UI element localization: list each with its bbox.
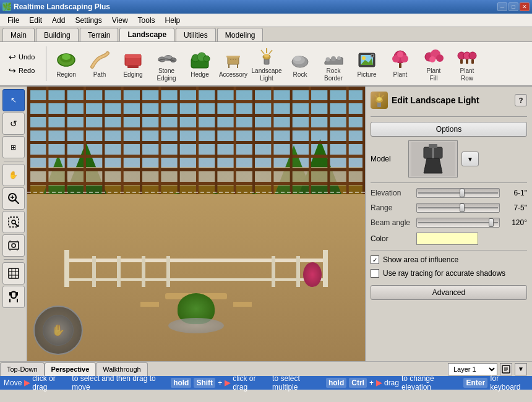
svg-rect-49	[471, 59, 474, 64]
status-shift-key: Shift	[194, 378, 215, 388]
beam-angle-thumb[interactable]	[489, 218, 494, 227]
menu-tools[interactable]: Tools	[133, 15, 160, 26]
redo-button[interactable]: ↪ Redo	[5, 64, 42, 77]
tool-zoom-region-button[interactable]	[2, 211, 25, 233]
tool-zoom-button[interactable]	[2, 187, 25, 210]
svg-point-12	[204, 56, 210, 62]
viewport-3d[interactable]: 💡 ✋	[27, 87, 365, 361]
undo-button[interactable]: ↩ Undo	[5, 51, 42, 63]
stone-base	[168, 318, 224, 333]
fence-post-3	[117, 256, 121, 287]
tool-edging[interactable]: Edging	[117, 47, 149, 80]
advanced-button[interactable]: Advanced	[371, 285, 527, 300]
undo-redo-group: ↩ Undo ↪ Redo	[5, 51, 42, 77]
tab-modeling[interactable]: Modeling	[217, 28, 264, 41]
menu-settings[interactable]: Settings	[70, 15, 106, 26]
tool-zoom-extent-button[interactable]: ⊞	[2, 136, 25, 158]
rock-icon	[289, 49, 311, 71]
menu-edit[interactable]: Edit	[24, 15, 47, 26]
layer-arrow-button[interactable]: ▼	[515, 363, 527, 375]
beam-angle-track	[418, 222, 498, 223]
right-plant	[303, 262, 322, 287]
tab-main[interactable]: Main	[2, 28, 35, 41]
tool-picture[interactable]: Picture	[351, 47, 383, 80]
svg-point-29	[337, 56, 341, 60]
hedge-icon	[189, 49, 211, 71]
tool-snap-button[interactable]	[2, 286, 25, 308]
menu-add[interactable]: Add	[47, 15, 70, 26]
elevation-value: 6-1"	[502, 189, 527, 197]
color-label: Color	[371, 234, 414, 243]
elevation-slider[interactable]	[416, 188, 500, 198]
status-plus-1: +	[218, 378, 222, 387]
tab-landscape[interactable]: Landscape	[119, 28, 174, 41]
svg-rect-4	[125, 54, 141, 58]
redo-icon: ↪	[9, 66, 16, 75]
tool-plant-fill[interactable]: PlantFill	[418, 43, 450, 84]
elevation-thumb[interactable]	[460, 189, 465, 197]
svg-point-42	[436, 54, 444, 62]
tool-stone-edging[interactable]: StoneEdging	[150, 43, 182, 84]
tool-orbit-button[interactable]: ↺	[2, 113, 25, 135]
svg-rect-84	[65, 87, 67, 204]
show-influence-checkbox[interactable]: ✓	[371, 255, 379, 264]
tab-building[interactable]: Building	[36, 28, 79, 41]
tool-rock-border[interactable]: RockBorder	[317, 43, 350, 84]
layer-edit-button[interactable]	[500, 363, 512, 375]
color-row: Color	[371, 233, 527, 245]
tool-pan-button[interactable]: ✋	[2, 164, 25, 186]
titlebar-controls[interactable]: ─ □ ✕	[497, 2, 530, 11]
svg-point-2	[62, 54, 71, 60]
layer-dropdown[interactable]: Layer 1 Layer 2 Layer 3	[448, 363, 497, 375]
fence-post-r3	[272, 256, 275, 287]
minimize-button[interactable]: ─	[497, 2, 507, 11]
elevation-row: Elevation 6-1"	[371, 188, 527, 198]
ray-tracing-checkbox[interactable]	[371, 269, 379, 278]
ray-tracing-label: Use ray tracing for accurate shadows	[383, 269, 505, 278]
tool-capture-button[interactable]	[2, 234, 25, 257]
tool-plant[interactable]: Plant	[384, 47, 416, 80]
range-thumb[interactable]	[460, 203, 465, 212]
svg-line-105	[375, 95, 377, 98]
options-button[interactable]: Options	[371, 122, 527, 137]
tool-region[interactable]: Region	[50, 47, 82, 80]
tool-accessory[interactable]: Accessory	[217, 47, 249, 80]
menu-file[interactable]: File	[2, 15, 24, 26]
tool-landscape-light[interactable]: LandscapeLight	[251, 43, 283, 84]
tool-plant-row[interactable]: PlantRow	[451, 43, 483, 84]
rock-label: Rock	[293, 71, 307, 79]
beam-angle-slider[interactable]	[416, 218, 500, 228]
range-row: Range 7-5"	[371, 203, 527, 213]
svg-rect-93	[234, 87, 236, 204]
tool-select-button[interactable]: ↖	[2, 89, 25, 111]
status-shift-hold: hold	[171, 378, 191, 388]
tool-hedge[interactable]: Hedge	[184, 47, 216, 80]
svg-point-20	[264, 54, 269, 58]
close-button[interactable]: ✕	[520, 2, 530, 11]
menu-help[interactable]: Help	[160, 15, 186, 26]
picture-label: Picture	[357, 71, 376, 79]
pergola-svg	[27, 87, 365, 204]
svg-point-43	[429, 56, 435, 62]
svg-rect-90	[178, 87, 180, 204]
svg-point-55	[12, 220, 15, 224]
model-dropdown-button[interactable]: ▼	[461, 152, 479, 166]
svg-rect-86	[102, 87, 105, 204]
tab-terrain[interactable]: Terrain	[80, 28, 119, 41]
svg-rect-100	[363, 87, 365, 204]
tool-grid-button[interactable]	[2, 262, 25, 284]
svg-rect-89	[158, 87, 161, 204]
menu-view[interactable]: View	[107, 15, 133, 26]
tab-utilities[interactable]: Utilities	[176, 28, 216, 41]
panel-help-button[interactable]: ?	[515, 94, 527, 106]
range-slider[interactable]	[416, 203, 500, 213]
fence-post-right	[323, 250, 328, 287]
show-influence-label: Show area of influence	[383, 255, 458, 264]
path-icon	[88, 49, 111, 71]
tool-rock[interactable]: Rock	[284, 47, 316, 80]
tool-path[interactable]: Path	[84, 47, 116, 80]
navigation-compass[interactable]: ✋	[33, 306, 83, 355]
plant-row-label: PlantRow	[460, 67, 474, 82]
color-swatch[interactable]	[416, 233, 478, 245]
maximize-button[interactable]: □	[508, 2, 518, 11]
